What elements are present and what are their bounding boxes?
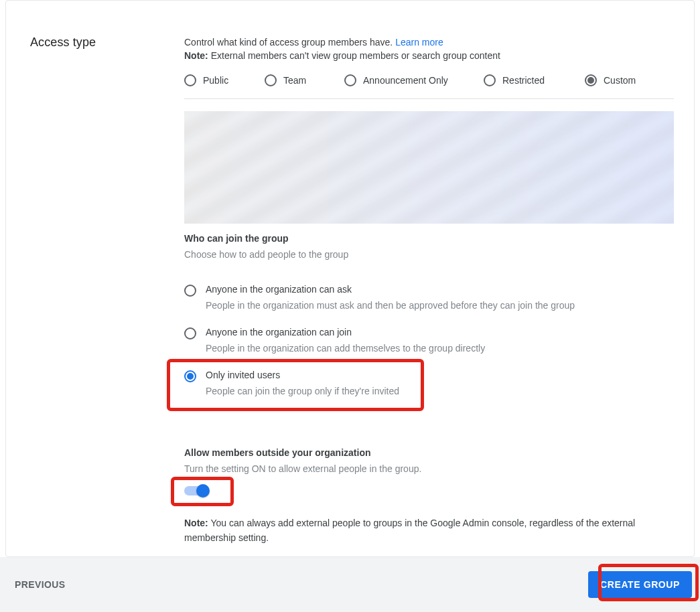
join-option-anyone-join[interactable]: Anyone in the organization can join Peop… (184, 323, 674, 366)
join-option-label: Anyone in the organization can join (206, 327, 485, 337)
intro-note-label: Note: (184, 50, 208, 61)
intro-note-text: External members can't view group member… (211, 50, 500, 61)
access-radio-label: Public (203, 75, 228, 86)
join-option-label: Only invited users (206, 370, 399, 380)
join-option-invited-only[interactable]: Only invited users People can join the g… (184, 366, 674, 408)
join-option-label: Anyone in the organization can ask (206, 284, 575, 295)
radio-icon (184, 74, 196, 86)
radio-icon (184, 285, 196, 297)
access-radio-label: Team (283, 75, 306, 86)
radio-icon (184, 370, 196, 382)
access-radio-custom[interactable]: Custom (585, 74, 665, 86)
allow-external-note: Note: You can always add external people… (184, 516, 674, 545)
join-title: Who can join the group (184, 233, 674, 244)
join-option-desc: People can join the group only if they'r… (206, 386, 399, 396)
intro-block: Control what kind of access group member… (184, 35, 674, 62)
join-option-desc: People in the organization can add thems… (206, 343, 485, 354)
access-radio-label: Announcement Only (363, 75, 448, 86)
join-subsection: Who can join the group Choose how to add… (184, 224, 674, 408)
right-column: Control what kind of access group member… (184, 35, 674, 545)
access-radio-restricted[interactable]: Restricted (484, 74, 585, 86)
allow-external-desc: Turn the setting ON to allow external pe… (184, 463, 674, 474)
intro-lead-text: Control what kind of access group member… (184, 37, 393, 48)
blurred-permissions-matrix (184, 111, 674, 224)
settings-card: Access type Control what kind of access … (5, 0, 695, 557)
toggle-knob-icon (196, 484, 210, 498)
radio-icon (265, 74, 277, 86)
allow-external-title: Allow members outside your organization (184, 447, 674, 458)
join-option-anyone-ask[interactable]: Anyone in the organization can ask Peopl… (184, 280, 674, 323)
radio-icon (344, 74, 356, 86)
section-title: Access type (30, 35, 184, 545)
join-options-group: Anyone in the organization can ask Peopl… (184, 280, 674, 408)
access-type-radio-group: Public Team Announcement Only Restricted (184, 74, 674, 99)
radio-icon (585, 74, 597, 86)
access-radio-public[interactable]: Public (184, 74, 265, 86)
allow-external-toggle[interactable] (184, 486, 208, 495)
note-label: Note: (184, 518, 208, 528)
join-option-desc: People in the organization must ask and … (206, 300, 575, 311)
radio-icon (484, 74, 496, 86)
radio-icon (184, 327, 196, 339)
allow-external-subsection: Allow members outside your organization … (184, 438, 674, 545)
access-radio-team[interactable]: Team (265, 74, 344, 86)
note-text: You can always add external people to gr… (184, 518, 635, 543)
join-desc: Choose how to add people to the group (184, 249, 674, 260)
previous-button[interactable]: PREVIOUS (12, 574, 68, 595)
learn-more-link[interactable]: Learn more (395, 37, 443, 48)
access-radio-label: Restricted (502, 75, 545, 86)
wizard-footer: PREVIOUS CREATE GROUP (0, 557, 700, 612)
access-radio-announcement[interactable]: Announcement Only (344, 74, 484, 86)
access-radio-label: Custom (604, 75, 636, 86)
create-group-button[interactable]: CREATE GROUP (588, 571, 692, 598)
